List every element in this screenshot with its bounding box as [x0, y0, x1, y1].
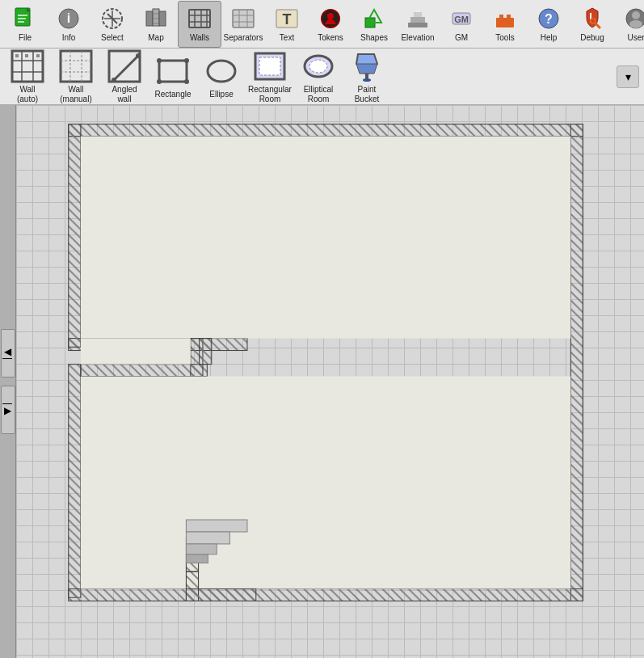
svg-point-69 — [157, 58, 162, 63]
svg-rect-88 — [570, 124, 583, 601]
svg-rect-40 — [496, 18, 514, 27]
svg-point-66 — [112, 78, 116, 82]
svg-text:T: T — [283, 11, 292, 27]
svg-text:GM: GM — [454, 15, 469, 24]
text-icon: T — [274, 6, 300, 32]
toolbar-user[interactable]: User — [614, 1, 644, 48]
tokens-icon — [318, 6, 343, 32]
toolbar-info[interactable]: i Info — [47, 1, 90, 48]
prev-panel-button[interactable]: ◀| — [1, 329, 15, 378]
svg-rect-75 — [259, 57, 280, 75]
elliptical-room-icon — [301, 49, 335, 83]
help-label: Help — [541, 33, 558, 42]
svg-rect-90 — [81, 136, 570, 338]
svg-rect-105 — [81, 339, 191, 365]
svg-point-70 — [184, 58, 189, 63]
walls-icon — [187, 6, 213, 32]
separators-icon — [230, 6, 256, 32]
toolbar-map[interactable]: Map — [134, 1, 178, 48]
wall-manual-icon — [59, 49, 93, 83]
elliptical-room-tool[interactable]: EllipticalRoom — [294, 50, 343, 103]
svg-rect-36 — [414, 12, 422, 17]
svg-point-50 — [629, 20, 642, 28]
rectangular-room-tool[interactable]: RectangularRoom — [246, 50, 294, 103]
svg-rect-58 — [36, 54, 40, 57]
svg-point-49 — [632, 11, 640, 19]
svg-rect-89 — [69, 124, 81, 348]
svg-rect-68 — [159, 61, 187, 82]
toolbar-help[interactable]: ? Help — [527, 1, 570, 48]
rectangle-label: Rectangle — [154, 90, 191, 99]
angled-wall-label: Angledwall — [112, 85, 137, 104]
toolbar-text[interactable]: T Text — [265, 1, 309, 48]
elevation-label: Elevation — [401, 33, 434, 42]
svg-rect-101 — [186, 520, 247, 532]
debug-label: Debug — [580, 33, 604, 42]
svg-rect-102 — [186, 532, 229, 544]
svg-point-81 — [363, 78, 371, 82]
collapse-button[interactable]: ▾ — [617, 65, 639, 88]
rectangle-icon — [156, 54, 190, 88]
tools-label: Tools — [495, 33, 514, 42]
rectangular-room-label: RectangularRoom — [248, 85, 292, 104]
elliptical-room-label: EllipticalRoom — [304, 85, 334, 104]
map-label: Map — [148, 33, 163, 42]
ellipse-icon — [204, 54, 238, 88]
next-panel-button[interactable]: |▶ — [1, 386, 15, 434]
svg-rect-57 — [25, 54, 28, 57]
svg-rect-104 — [186, 555, 208, 563]
select-icon — [99, 6, 125, 32]
toolbar-elevation[interactable]: Elevation — [396, 1, 440, 48]
side-panel: ◀| |▶ — [0, 105, 16, 658]
wall-manual-tool[interactable]: Wall(manual) — [52, 50, 100, 103]
info-label: Info — [62, 33, 76, 42]
tools-icon — [492, 6, 518, 32]
toolbar-shapes[interactable]: Shapes — [352, 1, 396, 48]
toolbar-separators[interactable]: Separators — [221, 1, 265, 48]
wall-auto-tool[interactable]: Wall(auto) — [3, 50, 52, 103]
canvas-area[interactable] — [16, 105, 644, 658]
toolbar-select[interactable]: Select — [90, 1, 134, 48]
ellipse-label: Ellipse — [209, 90, 233, 99]
svg-rect-23 — [233, 10, 254, 27]
elevation-icon — [405, 6, 431, 32]
svg-text:?: ? — [545, 12, 553, 26]
user-icon — [623, 6, 644, 32]
toolbar-file[interactable]: File — [3, 1, 47, 48]
svg-rect-106 — [200, 339, 212, 365]
svg-rect-95 — [81, 377, 570, 589]
ellipse-tool[interactable]: Ellipse — [197, 50, 246, 103]
rectangle-tool[interactable]: Rectangle — [149, 50, 197, 103]
toolbar-tools[interactable]: Tools — [483, 1, 527, 48]
svg-rect-103 — [186, 544, 217, 555]
svg-rect-4 — [18, 21, 24, 23]
svg-rect-35 — [410, 17, 425, 23]
svg-rect-56 — [15, 54, 19, 57]
shapes-icon — [361, 6, 387, 32]
toolbar-tokens[interactable]: Tokens — [309, 1, 352, 48]
wall-auto-icon — [11, 49, 44, 83]
svg-rect-37 — [416, 10, 419, 12]
main-area: ◀| |▶ — [0, 105, 644, 658]
toolbar-walls[interactable]: Walls — [178, 1, 221, 48]
debug-icon — [579, 6, 605, 32]
svg-rect-2 — [18, 15, 27, 16]
svg-rect-34 — [408, 23, 427, 27]
rectangular-room-icon — [253, 49, 287, 83]
svg-rect-11 — [146, 11, 153, 26]
wall-subtoolbar: Wall(auto) Wall(manual) Angledwall — [0, 49, 644, 105]
paint-bucket-icon — [350, 49, 384, 83]
shapes-label: Shapes — [360, 33, 388, 42]
angled-wall-tool[interactable]: Angledwall — [100, 50, 149, 103]
toolbar-gm[interactable]: GM GM — [440, 1, 483, 48]
text-label: Text — [280, 33, 294, 42]
user-label: User — [627, 33, 644, 42]
svg-rect-64 — [109, 51, 140, 82]
svg-rect-97 — [186, 589, 255, 601]
toolbar-debug[interactable]: Debug — [570, 1, 614, 48]
svg-rect-92 — [81, 365, 207, 377]
svg-text:i: i — [67, 11, 70, 25]
paint-bucket-tool[interactable]: PaintBucket — [343, 50, 391, 103]
file-icon — [12, 6, 38, 32]
angled-wall-icon — [107, 49, 141, 83]
